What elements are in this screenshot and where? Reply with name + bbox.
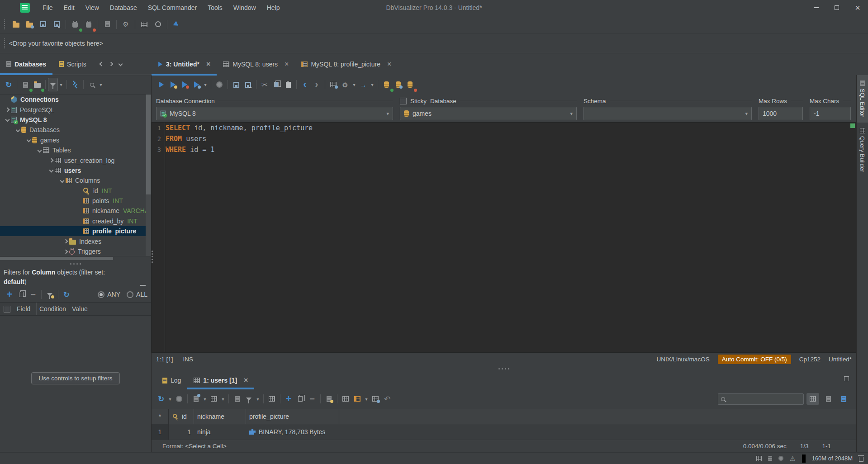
- grid-tool-button[interactable]: [138, 19, 150, 30]
- status-circle-icon[interactable]: [778, 456, 783, 461]
- menu-view[interactable]: View: [80, 1, 104, 14]
- tab-mysql-users[interactable]: MySQL 8: users ×: [217, 53, 295, 75]
- collapse-all-button[interactable]: [69, 79, 81, 90]
- database-select[interactable]: games ▾: [400, 107, 577, 120]
- column-header-profile-picture[interactable]: profile_picture: [246, 409, 339, 424]
- scrollbar-thumb[interactable]: [146, 95, 151, 194]
- tree-refresh-button[interactable]: ↻: [3, 79, 14, 90]
- tab-untitled-editor[interactable]: 3: Untitled* ×: [152, 53, 217, 75]
- export-button[interactable]: [190, 393, 202, 405]
- sidebar-splitter-handle[interactable]: [0, 260, 151, 267]
- save-button[interactable]: [37, 19, 49, 30]
- grid-settings-button[interactable]: [351, 393, 363, 405]
- explain-plan-button[interactable]: [327, 79, 339, 90]
- tab-databases[interactable]: Databases: [0, 53, 52, 75]
- tree-item-triggers[interactable]: Triggers: [0, 246, 151, 256]
- next-tab-icon[interactable]: [109, 62, 113, 66]
- close-button[interactable]: ×: [847, 0, 868, 15]
- tab-log[interactable]: Log: [156, 372, 187, 389]
- menu-window[interactable]: Window: [228, 1, 261, 14]
- edit-script-button[interactable]: [323, 393, 335, 405]
- tree-item-postgresql[interactable]: PostgreSQL: [0, 104, 151, 114]
- execute-buffer-button[interactable]: [179, 79, 190, 90]
- row-number-header[interactable]: *: [152, 409, 169, 424]
- collapse-panel-icon[interactable]: [140, 285, 146, 286]
- grid-search-input[interactable]: [718, 393, 804, 405]
- menu-sql-commander[interactable]: SQL Commander: [142, 1, 202, 14]
- auto-commit-badge[interactable]: Auto Commit: OFF (0/5): [718, 355, 791, 364]
- locate-dropdown-icon[interactable]: ▾: [98, 82, 104, 87]
- continue-options-icon[interactable]: ▾: [369, 82, 375, 87]
- prev-tab-icon[interactable]: [99, 62, 104, 66]
- tree-item-columns[interactable]: Columns: [0, 175, 151, 185]
- tree-item-users[interactable]: users: [0, 166, 151, 175]
- results-splitter-handle[interactable]: [152, 365, 856, 372]
- menu-database[interactable]: Database: [104, 1, 142, 14]
- expander-collapsed[interactable]: [62, 240, 69, 243]
- pointer-tool-button[interactable]: [171, 19, 182, 30]
- tree-item-nickname[interactable]: nickname VARCHAR: [0, 206, 151, 216]
- scrollbar-thumb[interactable]: [0, 257, 113, 260]
- maximize-button[interactable]: [826, 0, 847, 15]
- status-grid-icon[interactable]: [756, 456, 762, 461]
- rerun-button[interactable]: ↻: [155, 393, 167, 405]
- add-filter-button[interactable]: +: [4, 289, 15, 300]
- grid-settings-options-icon[interactable]: ▾: [363, 397, 370, 402]
- filter-options-icon[interactable]: ▾: [255, 397, 261, 402]
- favorites-grip[interactable]: [4, 38, 7, 48]
- import-file-button[interactable]: [24, 19, 35, 30]
- connect-button[interactable]: [69, 19, 81, 30]
- close-tab-icon[interactable]: ×: [206, 61, 210, 68]
- save-to-db-button[interactable]: [392, 79, 404, 90]
- execute-options-icon[interactable]: ▾: [202, 82, 209, 87]
- schema-select[interactable]: ▾: [583, 107, 752, 120]
- line-ending-indicator[interactable]: UNIX/Linux/macOS: [657, 356, 710, 363]
- close-tab-icon[interactable]: ×: [244, 377, 248, 384]
- text-view-button[interactable]: [822, 393, 835, 405]
- expander-expanded[interactable]: [36, 149, 43, 152]
- execute-explain-button[interactable]: [190, 79, 202, 90]
- status-database-icon[interactable]: [768, 456, 772, 461]
- sidebar-resize-handle[interactable]: [152, 251, 153, 263]
- delete-row-button[interactable]: −: [306, 393, 318, 405]
- tree-item-tables[interactable]: Tables: [0, 145, 151, 155]
- grid-edit-button[interactable]: [340, 393, 351, 405]
- filters-col-condition[interactable]: Condition: [37, 303, 69, 315]
- filter-dropdown-icon[interactable]: ▾: [58, 82, 64, 87]
- tab-result-users[interactable]: 1: users [1] ×: [187, 372, 254, 389]
- save-as-button[interactable]: [51, 19, 62, 30]
- expander-collapsed[interactable]: [4, 108, 11, 111]
- execute-button[interactable]: [155, 79, 167, 90]
- tree-item-databases[interactable]: Databases: [0, 125, 151, 135]
- continue-on-error-button[interactable]: →: [357, 79, 369, 90]
- tab-scripts[interactable]: Scripts: [52, 53, 93, 75]
- expander-expanded[interactable]: [14, 128, 21, 132]
- tab-mysql-profile-picture[interactable]: MySQL 8: profile_picture ×: [295, 53, 398, 75]
- chart-view-button[interactable]: [837, 393, 850, 405]
- row-number-cell[interactable]: 1: [152, 424, 169, 440]
- stop-button[interactable]: [213, 79, 225, 90]
- max-rows-input[interactable]: 1000: [759, 107, 803, 120]
- edit-filter-sets-button[interactable]: [44, 289, 56, 300]
- expander-expanded[interactable]: [58, 179, 66, 182]
- cut-button[interactable]: ✂: [259, 79, 270, 90]
- tree-item-indexes[interactable]: Indexes: [0, 236, 151, 246]
- vtab-sql-editor[interactable]: SQL Editor: [857, 75, 868, 123]
- max-chars-input[interactable]: -1: [810, 107, 851, 120]
- tree-vertical-scrollbar[interactable]: [146, 95, 151, 256]
- copy-filter-button[interactable]: [15, 289, 27, 300]
- browse-row-button[interactable]: [266, 393, 278, 405]
- trash-icon[interactable]: [859, 457, 863, 462]
- sql-editor[interactable]: 1 SELECT id, nickname, profile_picture 2…: [152, 122, 856, 353]
- filters-col-field[interactable]: Field: [14, 303, 37, 315]
- stop-grid-button[interactable]: [173, 393, 185, 405]
- column-header-nickname[interactable]: nickname: [194, 409, 246, 424]
- grid-check-button[interactable]: [370, 393, 381, 405]
- execute-current-button[interactable]: [167, 79, 179, 90]
- create-connection-button[interactable]: [19, 79, 31, 90]
- scheduler-button[interactable]: [152, 19, 164, 30]
- tree-item-user-creation-log[interactable]: user_creation_log: [0, 155, 151, 165]
- filter-grid-button[interactable]: [243, 393, 255, 405]
- maximize-panel-button[interactable]: [844, 376, 849, 381]
- sql-line[interactable]: 2 FROM users: [152, 133, 856, 144]
